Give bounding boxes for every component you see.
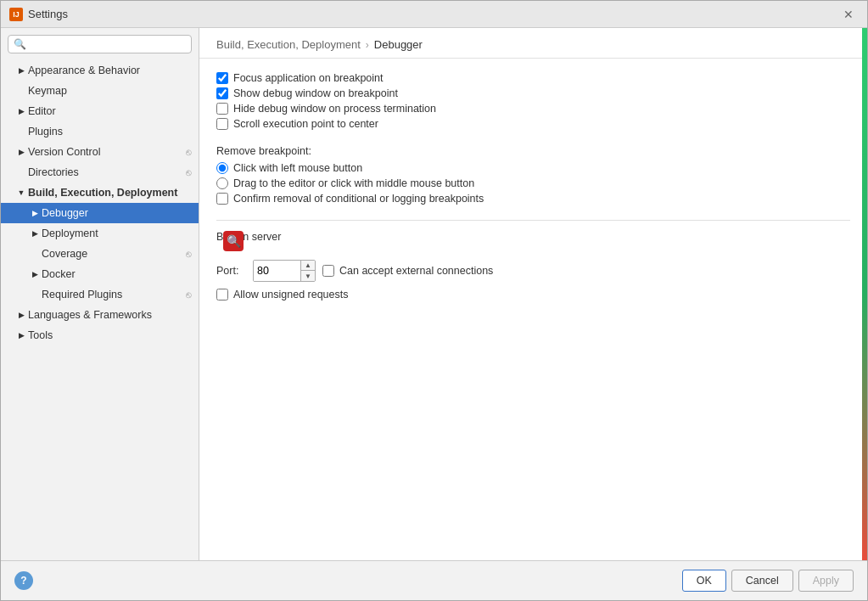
confirm-removal-label: Confirm removal of conditional or loggin… bbox=[233, 193, 484, 205]
footer-buttons: OK Cancel Apply bbox=[682, 570, 854, 592]
arrow-icon: ▶ bbox=[14, 104, 28, 118]
allow-unsigned-label: Allow unsigned requests bbox=[233, 289, 349, 300]
help-button[interactable]: ? bbox=[14, 571, 33, 590]
port-label: Port: bbox=[216, 265, 246, 277]
can-accept-external-row: Can accept external connections bbox=[322, 263, 493, 278]
arrow-icon: ▶ bbox=[28, 227, 42, 240]
remove-breakpoint-group: Remove breakpoint: Click with left mouse… bbox=[216, 145, 850, 206]
sidebar-item-label: Build, Execution, Deployment bbox=[28, 187, 192, 199]
checkbox-row-hide-debug: Hide debug window on process termination bbox=[216, 101, 850, 116]
checkbox-row-show-debug: Show debug window on breakpoint bbox=[216, 86, 850, 101]
arrow-icon: ▼ bbox=[14, 186, 28, 199]
ok-button[interactable]: OK bbox=[682, 570, 726, 592]
sidebar-item-tools[interactable]: ▶ Tools bbox=[1, 325, 199, 345]
sidebar-item-label: Languages & Frameworks bbox=[28, 309, 192, 321]
port-input-wrapper: 80 ▲ ▼ bbox=[253, 260, 316, 282]
remove-breakpoint-label: Remove breakpoint: bbox=[216, 145, 850, 157]
sidebar-item-editor[interactable]: ▶ Editor bbox=[1, 101, 199, 121]
spinner-down-button[interactable]: ▼ bbox=[301, 271, 315, 281]
click-left-radio[interactable] bbox=[216, 162, 228, 174]
app-icon: IJ bbox=[9, 8, 23, 21]
external-icon: ⎋ bbox=[186, 289, 192, 300]
arrow-icon: ▶ bbox=[14, 308, 28, 322]
focus-on-breakpoint-label: Focus application on breakpoint bbox=[233, 72, 384, 84]
apply-button[interactable]: Apply bbox=[798, 570, 854, 592]
built-in-server-row: Built-in server 🔍 bbox=[216, 231, 850, 251]
sidebar-item-label: Appearance & Behavior bbox=[28, 65, 192, 76]
sidebar-item-plugins[interactable]: Plugins bbox=[1, 121, 199, 142]
sidebar-item-version-control[interactable]: ▶ Version Control ⎋ bbox=[1, 142, 199, 162]
sidebar-item-label: Version Control bbox=[28, 146, 186, 158]
drag-to-editor-radio[interactable] bbox=[216, 177, 228, 189]
arrow-spacer bbox=[14, 125, 28, 138]
sidebar-item-languages[interactable]: ▶ Languages & Frameworks bbox=[1, 305, 199, 325]
arrow-icon: ▶ bbox=[14, 64, 28, 77]
sidebar-item-deployment[interactable]: ▶ Deployment bbox=[1, 223, 199, 244]
radio-row-drag: Drag to the editor or click with middle … bbox=[216, 176, 850, 191]
allow-unsigned-checkbox[interactable] bbox=[216, 289, 228, 300]
port-input[interactable]: 80 bbox=[254, 261, 300, 281]
content-header: Build, Execution, Deployment › Debugger bbox=[199, 28, 867, 59]
sidebar-item-docker[interactable]: ▶ Docker bbox=[1, 264, 199, 284]
close-button[interactable]: ✕ bbox=[838, 4, 859, 25]
arrow-icon: ▶ bbox=[28, 206, 42, 220]
sidebar-item-keymap[interactable]: Keymap bbox=[1, 81, 199, 101]
arrow-spacer bbox=[14, 84, 28, 98]
breadcrumb-separator: › bbox=[366, 39, 369, 51]
can-accept-external-label: Can accept external connections bbox=[339, 265, 493, 277]
sidebar-item-label: Tools bbox=[28, 329, 192, 341]
arrow-spacer bbox=[28, 288, 42, 301]
arrow-icon: ▶ bbox=[14, 329, 28, 342]
settings-window: IJ Settings ✕ 🔍 ▶ Appearance & Behavior bbox=[0, 0, 868, 601]
hide-debug-window-checkbox[interactable] bbox=[216, 103, 228, 115]
breadcrumb-current: Debugger bbox=[374, 38, 423, 51]
content-area: Build, Execution, Deployment › Debugger … bbox=[199, 28, 867, 560]
arrow-spacer bbox=[28, 247, 42, 261]
main-content: 🔍 ▶ Appearance & Behavior Keymap ▶ Edi bbox=[1, 28, 867, 560]
hide-debug-window-label: Hide debug window on process termination bbox=[233, 103, 436, 115]
external-icon: ⎋ bbox=[186, 249, 192, 259]
search-box[interactable]: 🔍 bbox=[8, 35, 192, 53]
show-debug-window-checkbox[interactable] bbox=[216, 87, 228, 99]
arrow-icon: ▶ bbox=[28, 267, 42, 281]
nav-tree: ▶ Appearance & Behavior Keymap ▶ Editor bbox=[1, 60, 199, 560]
scroll-execution-checkbox[interactable] bbox=[216, 118, 228, 130]
footer: ? OK Cancel Apply bbox=[1, 560, 867, 600]
sidebar-item-label: Plugins bbox=[28, 126, 192, 138]
red-magnifier-icon[interactable]: 🔍 bbox=[223, 231, 244, 251]
sidebar-item-directories[interactable]: Directories ⎋ bbox=[1, 162, 199, 183]
drag-to-editor-label: Drag to the editor or click with middle … bbox=[233, 177, 474, 189]
content-wrapper: Build, Execution, Deployment › Debugger … bbox=[199, 28, 867, 560]
checkbox-row-scroll: Scroll execution point to center bbox=[216, 116, 850, 132]
sidebar-item-debugger[interactable]: ▶ Debugger bbox=[1, 203, 199, 223]
breadcrumb-parent: Build, Execution, Deployment bbox=[216, 38, 361, 51]
search-icon: 🔍 bbox=[14, 38, 26, 50]
port-row: Port: 80 ▲ ▼ Can accept external con bbox=[216, 260, 850, 282]
sidebar-item-label: Keymap bbox=[28, 85, 192, 97]
radio-row-click-left: Click with left mouse button bbox=[216, 160, 850, 176]
arrow-icon: ▶ bbox=[14, 145, 28, 159]
sidebar-item-build-execution[interactable]: ▼ Build, Execution, Deployment bbox=[1, 183, 199, 203]
title-bar: IJ Settings ✕ bbox=[1, 1, 867, 28]
sidebar-item-label: Directories bbox=[28, 166, 186, 178]
spinner-up-button[interactable]: ▲ bbox=[301, 261, 315, 271]
sidebar-item-appearance[interactable]: ▶ Appearance & Behavior bbox=[1, 60, 199, 81]
checkbox-row-focus: Focus application on breakpoint bbox=[216, 70, 850, 86]
title-bar-left: IJ Settings bbox=[9, 8, 68, 21]
port-spinner: ▲ ▼ bbox=[300, 261, 315, 281]
breakpoint-checkboxes-group: Focus application on breakpoint Show deb… bbox=[216, 70, 850, 132]
sidebar: 🔍 ▶ Appearance & Behavior Keymap ▶ Edi bbox=[1, 28, 199, 560]
sidebar-item-label: Coverage bbox=[42, 248, 186, 260]
built-in-server-group: Built-in server 🔍 Port: 80 ▲ ▼ bbox=[216, 231, 850, 302]
content-body: Focus application on breakpoint Show deb… bbox=[199, 59, 867, 560]
sidebar-item-label: Editor bbox=[28, 105, 192, 117]
can-accept-external-checkbox[interactable] bbox=[322, 265, 334, 277]
sidebar-item-coverage[interactable]: Coverage ⎋ bbox=[1, 244, 199, 264]
search-input[interactable] bbox=[30, 38, 186, 50]
cancel-button[interactable]: Cancel bbox=[731, 570, 793, 592]
sidebar-item-label: Docker bbox=[42, 268, 192, 280]
focus-on-breakpoint-checkbox[interactable] bbox=[216, 72, 228, 84]
sidebar-item-required-plugins[interactable]: Required Plugins ⎋ bbox=[1, 284, 199, 305]
window-title: Settings bbox=[28, 8, 68, 20]
confirm-removal-checkbox[interactable] bbox=[216, 193, 228, 205]
